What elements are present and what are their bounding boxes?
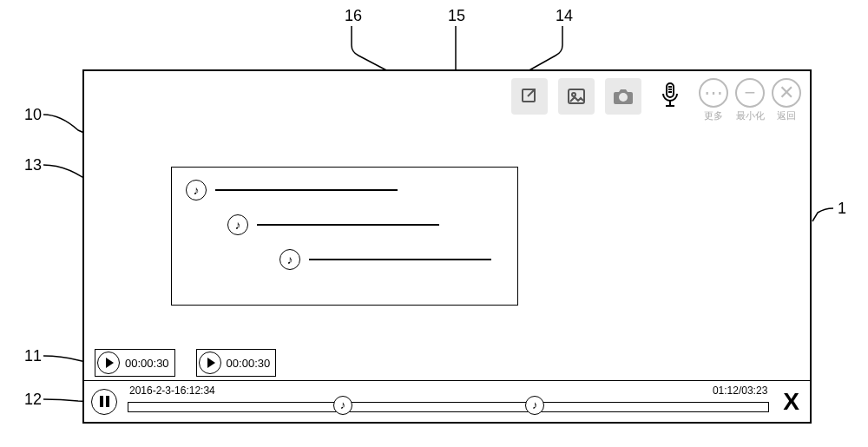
note-line: [309, 259, 491, 260]
music-note-icon: ♪: [227, 214, 248, 235]
toolbar: ⋯ 更多 − 最小化 ✕ 返回: [511, 78, 801, 122]
annotation-area: ♪ ♪ ♪: [171, 167, 518, 306]
svg-point-3: [619, 93, 628, 102]
microphone-button[interactable]: [652, 78, 688, 115]
callout-11: 11: [24, 347, 42, 365]
play-icon: [97, 352, 120, 374]
minimize-button[interactable]: −: [735, 78, 765, 108]
callout-10: 10: [24, 106, 42, 124]
callout-13: 13: [24, 156, 42, 174]
play-icon: [199, 352, 221, 374]
open-external-button[interactable]: [511, 78, 548, 115]
callout-14: 14: [556, 7, 573, 25]
back-button[interactable]: ✕: [772, 78, 801, 108]
more-label: 更多: [704, 109, 723, 122]
music-note-icon: ♪: [186, 180, 207, 200]
timecount-label: 01:12/03:23: [713, 385, 767, 397]
note-row[interactable]: ♪: [186, 180, 503, 200]
callout-1: 1: [838, 200, 846, 218]
close-player-button[interactable]: X: [779, 388, 803, 416]
svg-point-2: [572, 93, 575, 96]
pause-button[interactable]: [91, 389, 117, 415]
track-area: 2016-2-3-16:12:34 01:12/03:23 ♪ ♪: [128, 388, 769, 416]
audio-clip[interactable]: 00:00:30: [196, 349, 277, 377]
note-row[interactable]: ♪: [227, 214, 503, 235]
callout-16: 16: [345, 7, 362, 25]
clip-duration: 00:00:30: [125, 357, 169, 370]
main-panel: ⋯ 更多 − 最小化 ✕ 返回 ♪ ♪ ♪: [82, 69, 812, 424]
minimize-label: 最小化: [736, 109, 765, 122]
window-controls: ⋯ 更多 − 最小化 ✕ 返回: [699, 78, 801, 122]
progress-track[interactable]: ♪ ♪: [128, 402, 769, 412]
timestamp-label: 2016-2-3-16:12:34: [129, 385, 215, 397]
note-line: [257, 224, 439, 226]
player-bar: 2016-2-3-16:12:34 01:12/03:23 ♪ ♪ X: [84, 380, 810, 422]
music-note-icon: ♪: [279, 249, 300, 270]
more-button[interactable]: ⋯: [699, 78, 728, 108]
back-label: 返回: [777, 109, 796, 122]
note-line: [215, 189, 398, 191]
note-row[interactable]: ♪: [279, 249, 503, 270]
track-marker[interactable]: ♪: [525, 396, 544, 415]
track-marker[interactable]: ♪: [333, 396, 352, 415]
camera-button[interactable]: [605, 78, 641, 115]
clip-duration: 00:00:30: [227, 357, 271, 370]
callout-15: 15: [448, 7, 465, 25]
callout-12: 12: [24, 391, 42, 409]
image-button[interactable]: [558, 78, 595, 115]
clip-list: 00:00:30 00:00:30: [95, 349, 276, 377]
audio-clip[interactable]: 00:00:30: [95, 349, 175, 377]
